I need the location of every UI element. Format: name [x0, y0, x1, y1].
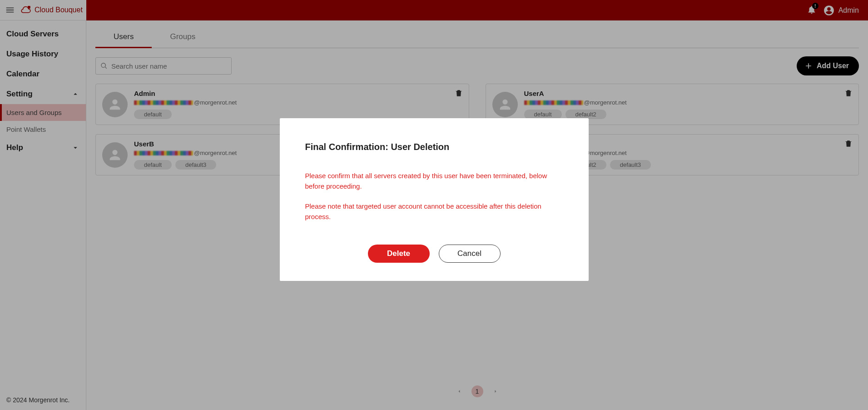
- delete-button[interactable]: Delete: [368, 245, 430, 263]
- modal-overlay[interactable]: Final Confirmation: User Deletion Please…: [0, 0, 868, 410]
- cancel-button[interactable]: Cancel: [439, 245, 501, 263]
- delete-user-dialog: Final Confirmation: User Deletion Please…: [280, 118, 589, 281]
- dialog-warning-2: Please note that targeted user account c…: [305, 201, 563, 222]
- dialog-actions: Delete Cancel: [305, 245, 563, 263]
- dialog-warning-1: Please confirm that all servers created …: [305, 170, 563, 192]
- dialog-title: Final Confirmation: User Deletion: [305, 142, 563, 152]
